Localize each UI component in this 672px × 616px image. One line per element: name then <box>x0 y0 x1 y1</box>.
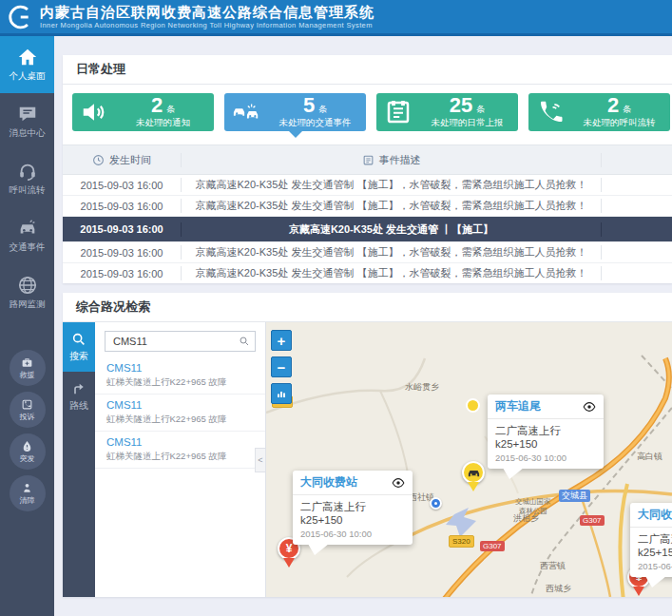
card-label: 未处理的通知 <box>136 117 190 129</box>
report-icon <box>376 98 420 126</box>
card-count: 2 <box>607 96 619 115</box>
list-icon <box>362 154 374 166</box>
card-unhandled-traffic-events[interactable]: 5条 未处理的交通事件 <box>224 93 366 131</box>
eye-icon[interactable] <box>583 400 596 414</box>
sidebar-item-road-monitor[interactable]: 路网监测 <box>0 264 54 321</box>
daily-panel-title: 日常处理 <box>63 55 672 85</box>
accident-car-pin[interactable] <box>462 461 485 484</box>
search-icon <box>71 332 86 347</box>
map-label: 洪相乡 <box>513 512 539 525</box>
poi-dot-pin[interactable] <box>430 497 442 510</box>
tab-route[interactable]: 路线 <box>63 372 95 421</box>
stat-cards: 2条 未处理的通知 5条 未处理的交通事件 25条 未处理的日常上报 <box>72 93 670 131</box>
table-row[interactable]: 2015-09-03 16:00 京藏高速K20-K35处 发生交通管制 【施工… <box>63 263 672 283</box>
globe-icon <box>17 275 38 296</box>
card-unhandled-call-transfers[interactable]: 2条 未处理的呼叫流转 <box>528 93 670 131</box>
table-row[interactable]: 2015-09-03 16:00 京藏高速K20-K35处 发生交通管制 【施工… <box>63 196 672 217</box>
popup-datong-toll-station[interactable]: 大同收费站 二广高速上行 k25+150 2015-06-30 10:00 <box>293 471 413 545</box>
app-logo-icon <box>8 5 32 29</box>
card-unhandled-notices[interactable]: 2条 未处理的通知 <box>72 93 214 131</box>
sidebar: 个人桌面 消息中心 呼叫流转 交通事件 路网监测 救援 投诉 突发 清障 <box>0 36 54 616</box>
map[interactable]: + − S30 交城县 G307 G307 S320 水峪贯乡 高白镇 西社镇 … <box>266 322 672 597</box>
quick-action-complaint[interactable]: 投诉 <box>10 392 46 428</box>
road-condition-panel: 综合路况检索 搜索 路线 CMS11 虹梯关隧道上行K22+965 故障 CMS… <box>63 293 672 597</box>
card-count: 5 <box>303 96 315 115</box>
map-label: 西城乡 <box>546 583 571 595</box>
sidebar-item-traffic-events[interactable]: 交通事件 <box>0 207 54 264</box>
card-label: 未处理的日常上报 <box>432 117 504 129</box>
app-header: 内蒙古自治区联网收费高速公路综合信息管理系统 Inner Mongolia Au… <box>0 0 672 36</box>
table-row-selected[interactable]: 2015-09-03 16:00 京藏高速K20-K35处 发生交通管 丨【施工… <box>63 217 672 242</box>
map-label: 西营镇 <box>540 560 566 572</box>
event-marker-dot[interactable] <box>466 398 480 413</box>
road-condition-title: 综合路况检索 <box>63 293 672 322</box>
route-icon <box>71 381 86 396</box>
town-badge: 交城县 <box>559 490 590 502</box>
headset-icon <box>17 161 38 182</box>
search-result-item[interactable]: CMS11 虹梯关隧道上行K22+965 故障 <box>95 357 265 395</box>
app-title: 内蒙古自治区联网收费高速公路综合信息管理系统 <box>40 5 374 19</box>
map-label: 高白镇 <box>637 451 662 463</box>
quick-action-emergency[interactable]: 突发 <box>10 433 46 470</box>
car-crash-icon <box>224 98 268 126</box>
search-result-item[interactable]: CMS11 虹梯关隧道上行K22+965 故障 <box>95 432 265 469</box>
road-badge: S320 <box>449 535 474 548</box>
search-tab-rail: 搜索 路线 <box>63 322 95 597</box>
search-input[interactable] <box>105 331 256 352</box>
events-table: 发生时间 事件描述 上报时间 2015-09-03 16:00 京藏高速K20-… <box>63 144 672 283</box>
card-label: 未处理的呼叫流转 <box>584 117 656 129</box>
card-count: 25 <box>450 96 472 115</box>
quick-actions: 救援 投诉 突发 清障 <box>0 350 54 517</box>
chat-icon <box>17 104 38 125</box>
tab-search[interactable]: 搜索 <box>63 322 95 372</box>
card-unhandled-daily-reports[interactable]: 25条 未处理的日常上报 <box>376 93 518 131</box>
bar-chart-icon <box>276 388 287 399</box>
map-roads <box>266 322 672 597</box>
collapse-panel-arrow[interactable]: < <box>255 448 266 472</box>
zoom-out-button[interactable]: − <box>271 356 292 377</box>
search-result-item[interactable]: CMS11 虹梯关隧道上行K22+965 故障 <box>95 395 265 432</box>
road-badge: G307 <box>480 541 505 551</box>
daily-processing-panel: 日常处理 2条 未处理的通知 5条 未处理的交通事件 <box>63 55 672 283</box>
popup-rear-end-collision[interactable]: 两车追尾 二广高速上行 k25+150 2015-06-30 10:00 <box>488 395 604 469</box>
complaint-phone-icon <box>21 398 33 411</box>
search-results-panel: CMS11 虹梯关隧道上行K22+965 故障 CMS11 虹梯关隧道上行K22… <box>95 322 266 597</box>
sidebar-item-desktop[interactable]: 个人桌面 <box>0 36 54 93</box>
table-row[interactable]: 2015-09-03 16:00 京藏高速K20-K35处 发生交通管制 【施工… <box>63 242 672 263</box>
eye-icon[interactable] <box>392 476 405 490</box>
emergency-drop-icon <box>21 440 33 452</box>
card-count: 2 <box>151 96 163 115</box>
quick-action-rescue[interactable]: 救援 <box>10 350 46 386</box>
app-subtitle: Inner Mongolia Autonomous Region Network… <box>40 22 374 29</box>
car-icon <box>17 218 38 239</box>
search-icon[interactable] <box>239 336 250 347</box>
speaker-icon <box>72 98 116 126</box>
rescue-kit-icon <box>21 356 33 369</box>
quick-action-clearance[interactable]: 清障 <box>10 475 46 511</box>
popup-datong-toll-station-partial[interactable]: 大同收费站 二广高速上行 k25+150 2015-06-30 10:00 <box>630 503 672 577</box>
zoom-in-button[interactable]: + <box>271 330 292 351</box>
map-label: 水峪贯乡 <box>405 381 439 394</box>
clock-icon <box>92 154 105 166</box>
map-chart-button[interactable] <box>271 383 292 404</box>
sidebar-item-calls[interactable]: 呼叫流转 <box>0 150 54 207</box>
road-badge: G307 <box>580 515 605 526</box>
car-icon <box>467 466 481 480</box>
phone-icon <box>528 98 572 126</box>
table-row[interactable]: 2015-09-03 16:00 京藏高速K20-K35处 发生交通管制 【施工… <box>63 175 672 196</box>
clearance-icon <box>21 482 33 494</box>
home-icon <box>17 47 38 67</box>
card-label: 未处理的交通事件 <box>279 117 352 129</box>
sidebar-item-messages[interactable]: 消息中心 <box>0 93 54 150</box>
events-table-header: 发生时间 事件描述 上报时间 <box>63 144 672 175</box>
